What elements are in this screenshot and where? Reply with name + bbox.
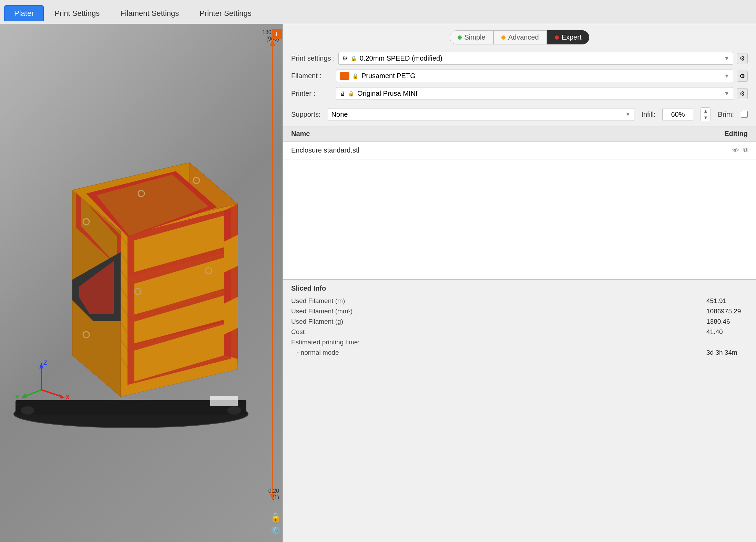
ruler: 180.00 (900) + 0.20 (1) 🔒 ⚙️: [262, 24, 283, 542]
printer-icon: 🖨: [340, 91, 345, 97]
dropdown-arrow-print: ▼: [724, 55, 729, 62]
brim-label: Brim:: [718, 111, 734, 118]
tab-plater[interactable]: Plater: [4, 5, 44, 21]
filament-color-swatch: [340, 72, 349, 80]
svg-marker-62: [21, 393, 27, 398]
svg-text:X: X: [65, 394, 70, 401]
info-value-2: 1380.46: [706, 318, 748, 325]
gear-icon-filament-btn: ⚙: [739, 72, 745, 80]
printer-row: Printer : 🖨 🔒 Original Prusa MINI ▼ ⚙: [291, 87, 748, 100]
mode-simple[interactable]: Simple: [450, 30, 493, 44]
info-key-5: - normal mode: [291, 349, 706, 356]
info-row-0: Used Filament (m) 451.91: [291, 296, 748, 306]
main-area: Z X Y 180.00 (900) + 0.20 (1): [0, 24, 756, 542]
object-list: Name Editing Enclosure standard.stl 👁 ⧉: [283, 126, 756, 279]
infill-down-arrow[interactable]: ▼: [701, 114, 711, 121]
ruler-line: [272, 45, 273, 494]
gear-icon-printer-btn: ⚙: [739, 90, 745, 97]
filament-row: Filament : 🔒 Prusament PETG ▼ ⚙: [291, 70, 748, 82]
info-value-1: 1086975.29: [706, 308, 748, 315]
infill-spinbox[interactable]: ▲ ▼: [700, 107, 711, 121]
lock-icon-print: 🔒: [350, 55, 357, 62]
supports-value: None: [331, 111, 348, 118]
viewport[interactable]: Z X Y 180.00 (900) + 0.20 (1): [0, 24, 283, 542]
lock-icon-filament: 🔒: [352, 73, 359, 79]
infill-input[interactable]: 60%: [662, 108, 693, 121]
mode-buttons: Simple Advanced Expert: [283, 24, 756, 49]
sliced-info-title: Sliced Info: [291, 284, 748, 292]
supports-dropdown[interactable]: None ▼: [328, 108, 635, 121]
print-settings-dropdown[interactable]: ⚙ 🔒 0.20mm SPEED (modified) ▼: [338, 52, 733, 65]
filament-label: Filament :: [291, 72, 333, 80]
tab-printer-settings[interactable]: Printer Settings: [190, 5, 261, 21]
svg-marker-56: [39, 362, 43, 368]
ruler-plus-button[interactable]: +: [272, 29, 282, 39]
infill-up-arrow[interactable]: ▲: [701, 108, 711, 114]
info-key-2: Used Filament (g): [291, 318, 706, 325]
dropdown-arrow-filament: ▼: [724, 73, 729, 79]
tab-print-settings[interactable]: Print Settings: [44, 5, 110, 21]
lock-icon[interactable]: 🔒: [270, 512, 281, 523]
info-value-3: 41.40: [706, 328, 748, 336]
svg-point-2: [21, 406, 34, 415]
filament-gear-btn[interactable]: ⚙: [737, 71, 748, 82]
settings-icon-viewport[interactable]: ⚙️: [270, 525, 281, 535]
print-settings-row: Print settings : ⚙ 🔒 0.20mm SPEED (modif…: [291, 52, 748, 65]
info-key-3: Cost: [291, 328, 706, 336]
object-list-header: Name Editing: [283, 126, 756, 142]
dropdown-arrow-printer: ▼: [724, 91, 729, 97]
print-settings-section: Print settings : ⚙ 🔒 0.20mm SPEED (modif…: [283, 49, 756, 107]
info-row-4: Estimated printing time:: [291, 337, 748, 347]
svg-rect-4: [210, 396, 238, 406]
printer-gear-btn[interactable]: ⚙: [737, 88, 748, 99]
info-key-1: Used Filament (mm³): [291, 308, 706, 315]
dropdown-arrow-supports: ▼: [625, 111, 631, 117]
svg-text:Z: Z: [43, 359, 47, 366]
brim-checkbox[interactable]: [741, 111, 748, 118]
filament-dropdown[interactable]: 🔒 Prusament PETG ▼: [336, 70, 733, 82]
infill-label: Infill:: [641, 111, 655, 118]
print-settings-gear-btn[interactable]: ⚙: [737, 53, 748, 64]
ruler-bottom-label: 0.20 (1): [268, 488, 279, 501]
mode-expert[interactable]: Expert: [547, 30, 590, 44]
info-value-5: 3d 3h 34m: [706, 349, 748, 356]
gear-icon-print-btn: ⚙: [739, 55, 745, 62]
model-canvas: Z X Y: [0, 24, 262, 542]
svg-text:Y: Y: [15, 394, 19, 401]
info-row-3: Cost 41.40: [291, 327, 748, 337]
supports-label: Supports:: [291, 111, 321, 118]
edit-icon[interactable]: ⧉: [743, 146, 748, 154]
object-actions: 👁 ⧉: [706, 146, 748, 154]
info-value-0: 451.91: [706, 297, 748, 305]
supports-infill-row: Supports: None ▼ Infill: 60% ▲ ▼ Brim:: [283, 107, 756, 126]
svg-point-3: [227, 406, 241, 415]
svg-marker-59: [59, 394, 65, 399]
eye-icon[interactable]: 👁: [732, 146, 739, 154]
simple-dot: [458, 35, 462, 40]
table-row: Enclosure standard.stl 👁 ⧉: [283, 142, 756, 159]
info-row-1: Used Filament (mm³) 1086975.29: [291, 306, 748, 316]
printer-dropdown[interactable]: 🖨 🔒 Original Prusa MINI ▼: [336, 87, 733, 100]
tab-filament-settings[interactable]: Filament Settings: [110, 5, 189, 21]
info-row-2: Used Filament (g) 1380.46: [291, 316, 748, 327]
info-key-4: Estimated printing time:: [291, 338, 706, 346]
printer-label: Printer :: [291, 90, 333, 97]
gear-icon-print: ⚙: [342, 55, 348, 62]
print-settings-value: 0.20mm SPEED (modified): [360, 54, 442, 62]
model-svg: Z X Y: [10, 135, 252, 431]
info-row-5: - normal mode 3d 3h 34m: [291, 347, 748, 358]
object-list-body: Enclosure standard.stl 👁 ⧉: [283, 142, 756, 279]
advanced-dot: [501, 35, 505, 40]
col-name-header: Name: [291, 130, 706, 138]
viewport-bottom-icons: 🔒 ⚙️: [270, 512, 281, 535]
printer-value: Original Prusa MINI: [357, 90, 418, 97]
mode-advanced[interactable]: Advanced: [493, 30, 547, 44]
print-settings-label: Print settings :: [291, 54, 335, 62]
info-key-0: Used Filament (m): [291, 297, 706, 305]
object-name: Enclosure standard.stl: [291, 146, 703, 154]
lock-icon-printer: 🔒: [348, 91, 355, 97]
sliced-info: Sliced Info Used Filament (m) 451.91 Use…: [283, 279, 756, 363]
svg-line-58: [41, 390, 62, 397]
col-editing-header: Editing: [706, 130, 748, 138]
filament-value: Prusament PETG: [361, 72, 416, 80]
